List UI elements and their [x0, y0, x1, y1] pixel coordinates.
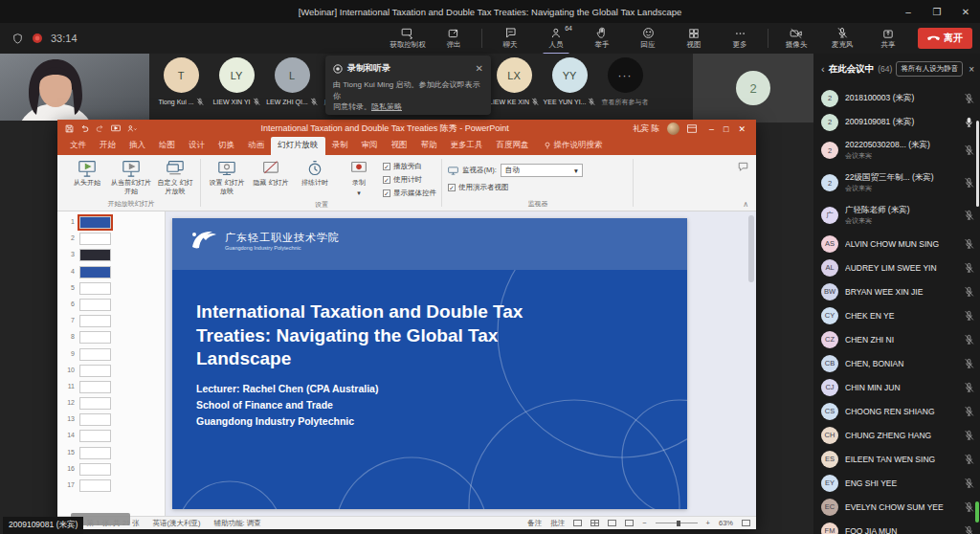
record-button[interactable]: 录制 ▾ [339, 158, 379, 198]
zoom-out-button[interactable]: − [642, 519, 646, 527]
collapse-ribbon-icon[interactable]: ∧ [743, 200, 748, 209]
tab-review[interactable]: 审阅 [355, 137, 385, 155]
mute-all-button[interactable]: 将所有人设为静音 [896, 61, 963, 77]
view-all-participants-button[interactable]: ··· 查看所有参与者 [597, 54, 653, 121]
presenter-icon[interactable] [127, 124, 137, 133]
privacy-policy-link[interactable]: 隐私策略 [371, 102, 402, 111]
spotlight-video-tile[interactable]: 2 [693, 54, 813, 122]
close-icon[interactable]: ✕ [951, 0, 980, 23]
tab-draw[interactable]: 绘图 [152, 137, 182, 155]
tell-me-search[interactable]: 操作说明搜索 [544, 140, 603, 155]
redo-icon[interactable] [96, 124, 104, 133]
normal-view-icon[interactable] [573, 520, 582, 526]
slide-sorter-view-icon[interactable] [590, 520, 599, 526]
slide-thumbnail[interactable]: 12 [63, 397, 165, 410]
slide-thumbnail[interactable]: 9 [63, 348, 165, 361]
back-icon[interactable]: ‹ [821, 63, 825, 75]
slide-thumbnail[interactable]: 1 [63, 216, 165, 229]
slideshow-icon[interactable] [111, 124, 121, 133]
minimize-icon[interactable]: – [704, 124, 719, 134]
slide-thumbnail[interactable]: 14 [63, 430, 165, 442]
video-tile[interactable]: LY LIEW XIN YI [209, 54, 264, 121]
ppt-user-avatar[interactable] [667, 122, 679, 135]
slide-thumbnail[interactable]: 16 [63, 463, 165, 476]
participant-row[interactable]: FMFOO JIA MUN [821, 519, 974, 534]
participant-row[interactable]: 222级国贸三年制... (来宾)会议来宾 [821, 167, 974, 199]
custom-slideshow-button[interactable]: 自定义 幻灯片放映 [155, 158, 195, 196]
tab-home[interactable]: 开始 [93, 137, 122, 155]
participant-row[interactable]: CSCHOONG REN SHIANG [821, 399, 974, 423]
slide-thumbnail-panel[interactable]: 1 2 3 4 5 6 7 8 9 10 11 12 13 14 15 16 1… [57, 211, 166, 516]
more-button[interactable]: 更多 [718, 28, 762, 50]
chat-button[interactable]: 聊天 [488, 27, 532, 50]
take-control-button[interactable]: 获取控制权 [386, 28, 430, 50]
participant-row[interactable]: ECEVELYN CHOW SUM YEE [821, 495, 974, 519]
participant-row[interactable]: ALAUDREY LIM SWEE YIN [821, 256, 974, 279]
video-tile[interactable]: T Tiong Kui ... [153, 54, 209, 121]
panel-scrollbar[interactable] [976, 121, 979, 207]
setup-slideshow-button[interactable]: 设置 幻灯片放映 [207, 158, 247, 196]
slide-thumbnail[interactable]: 3 [63, 249, 165, 261]
tab-design[interactable]: 设计 [182, 137, 212, 155]
participant-row[interactable]: 广广轻陈老师 (来宾)会议来宾 [821, 199, 974, 232]
hide-slide-button[interactable]: 隐藏 幻灯片 [251, 158, 291, 188]
tab-record[interactable]: 录制 [325, 137, 355, 155]
slide-thumbnail[interactable]: 8 [63, 331, 165, 344]
close-icon[interactable]: ✕ [476, 63, 483, 74]
canvas-scrollbar[interactable] [748, 215, 754, 282]
notes-button[interactable]: 备注 [527, 519, 542, 528]
participant-row[interactable]: ESEILEEN TAN WEN SING [821, 447, 974, 471]
participant-row[interactable]: CHCHUNG ZHENG HANG [821, 423, 974, 447]
participant-row[interactable]: CJCHIN MIN JUN [821, 375, 974, 399]
participant-row[interactable]: ASALVIN CHOW MUN SING [821, 232, 974, 256]
participant-row[interactable]: CZCHEN ZHI NI [821, 327, 974, 351]
from-current-slide-button[interactable]: 从当前幻灯片 开始 [111, 158, 151, 196]
zoom-slider[interactable] [656, 523, 698, 523]
slide-thumbnail[interactable]: 17 [63, 479, 165, 492]
slide-thumbnail[interactable]: 4 [63, 266, 165, 278]
slide-thumbnail[interactable]: 10 [63, 365, 165, 377]
participant-row[interactable]: EYENG SHI YEE [821, 471, 974, 495]
tab-insert[interactable]: 插入 [122, 137, 152, 155]
tab-help[interactable]: 帮助 [414, 137, 444, 155]
slide-thumbnail[interactable]: 2 [63, 233, 165, 245]
view-button[interactable]: 视图 [672, 28, 716, 50]
slideshow-view-icon[interactable] [625, 520, 634, 526]
participant-row[interactable]: 22018100003 (来宾) [821, 86, 974, 110]
leave-button[interactable]: 离开 [918, 28, 972, 49]
language-indicator[interactable]: 英语(澳大利亚) [153, 519, 201, 528]
participant-row[interactable]: CYCHEK EN YE [821, 303, 974, 327]
ribbon-options-icon[interactable] [687, 124, 697, 133]
accessibility-status[interactable]: 辅助功能: 调查 [214, 519, 261, 528]
save-icon[interactable] [65, 124, 74, 133]
slide-thumbnail[interactable]: 7 [63, 315, 165, 327]
tab-slideshow[interactable]: 幻灯片放映 [271, 137, 325, 155]
reading-view-icon[interactable] [608, 520, 616, 526]
play-narrations-checkbox[interactable]: ✓播放旁白 [383, 162, 436, 171]
fit-to-window-icon[interactable] [742, 520, 750, 526]
slide-thumbnail[interactable]: 13 [63, 413, 165, 426]
from-beginning-button[interactable]: 从头开始 [67, 158, 107, 188]
video-tile[interactable]: LX LIEW KE XIN [486, 54, 542, 121]
close-icon[interactable]: ✕ [733, 124, 750, 134]
popout-button[interactable]: 弹出 [432, 28, 476, 50]
video-tile[interactable]: YY YEE YUN YI... [542, 54, 597, 121]
participant-row[interactable]: CBCHEN, BONIAN [821, 351, 974, 375]
share-button[interactable]: 共享 [866, 28, 910, 50]
use-timings-checkbox[interactable]: ✓使用计时 [383, 175, 436, 185]
people-button[interactable]: 64 人员 [534, 27, 578, 50]
tab-animations[interactable]: 动画 [241, 137, 271, 155]
video-tile[interactable]: L LEW ZHI QI... [264, 54, 320, 121]
panel-scrollbar-indicator[interactable] [975, 501, 979, 523]
comments-bubble-icon[interactable] [738, 158, 748, 175]
zoom-in-button[interactable]: + [706, 519, 710, 527]
react-button[interactable]: 回应 [626, 27, 670, 50]
monitor-select[interactable]: 自动▾ [501, 164, 583, 177]
close-icon[interactable]: × [969, 64, 974, 75]
participant-row[interactable]: BWBRYAN WEE XIN JIE [821, 279, 974, 303]
zoom-percent[interactable]: 63% [719, 519, 733, 527]
tab-more-tools[interactable]: 更多工具 [444, 137, 490, 155]
tab-baidu-netdisk[interactable]: 百度网盘 [490, 137, 536, 155]
presenter-view-checkbox[interactable]: ✓使用演示者视图 [448, 183, 509, 192]
minimize-icon[interactable]: – [894, 0, 923, 23]
